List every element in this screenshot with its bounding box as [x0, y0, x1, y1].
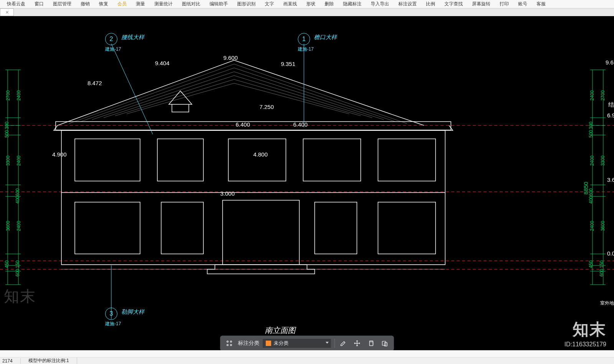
svg-rect-39 — [315, 202, 357, 254]
svg-rect-33 — [228, 139, 286, 181]
dim-l-400: 400 — [15, 196, 20, 204]
menu-item-vip[interactable]: 会员 — [113, 1, 131, 7]
menu-item-find-text[interactable]: 文字查找 — [440, 1, 467, 7]
dim-left-4900: 4.900 — [52, 151, 67, 158]
document-tab-close[interactable]: ✕ — [0, 8, 14, 16]
svg-rect-36 — [75, 202, 140, 254]
svg-rect-34 — [303, 139, 361, 181]
svg-rect-32 — [157, 139, 203, 181]
dim-mid-3000: 3.000 — [220, 190, 235, 197]
dim-l-300: 300 — [4, 122, 10, 129]
menu-item-measure[interactable]: 测量 — [131, 1, 150, 7]
command-line[interactable] — [0, 350, 614, 357]
dim-r-300: 300 — [588, 122, 594, 129]
dim-l-3300: 3300 — [5, 156, 11, 166]
brand-id: ID:1163325179 — [564, 341, 606, 348]
dim-l-600: 600 — [15, 188, 20, 196]
dim-l-500: 500 — [4, 130, 10, 138]
menu-item-text[interactable]: 文字 — [260, 1, 279, 7]
chevron-down-icon — [326, 342, 329, 344]
tab-strip: ✕ — [0, 8, 614, 16]
dim-0-0: 0.0 — [607, 250, 614, 257]
menu-item-delete[interactable]: 删除 — [320, 1, 338, 7]
svg-point-47 — [230, 341, 232, 343]
menu-item-shape[interactable]: 形状 — [302, 1, 320, 7]
svg-point-46 — [227, 341, 228, 343]
detail-ref-1: 建施-17 — [298, 46, 314, 53]
dim-r-600b: 600 — [599, 269, 604, 277]
menu-item-redo[interactable]: 恢复 — [94, 1, 113, 7]
dim-top-left-slope: 9.404 — [155, 60, 170, 66]
dim-r-2700: 2700 — [600, 91, 606, 101]
dim-top-ridge: 9.600 — [223, 54, 238, 61]
dim-r-2400c: 2400 — [589, 221, 595, 231]
status-scale: 模型中的标注比例:1 — [28, 357, 77, 364]
dim-3-6: 3.6 — [607, 176, 614, 183]
grid-icon[interactable] — [224, 338, 235, 349]
dim-r-2400: 2400 — [589, 91, 595, 101]
svg-point-48 — [227, 344, 228, 346]
svg-rect-51 — [382, 341, 386, 346]
dim-mid-roof: 7.250 — [259, 104, 274, 110]
menu-item-window[interactable]: 窗口 — [30, 1, 48, 7]
svg-rect-29 — [61, 130, 445, 265]
separator — [335, 339, 335, 348]
dim-r-3300: 3300 — [600, 156, 606, 166]
watermark-lower-left: 知末 — [4, 286, 36, 307]
detail-label-2: 腰线大样 — [121, 34, 144, 41]
move-icon[interactable] — [352, 338, 363, 349]
close-icon: ✕ — [5, 10, 9, 15]
dim-l-150: 150 — [15, 260, 20, 268]
menu-item-annot-settings[interactable]: 标注设置 — [394, 1, 421, 7]
dim-l-2700: 2700 — [5, 91, 11, 101]
detail-label-3: 勒脚大样 — [121, 308, 144, 316]
svg-rect-31 — [75, 139, 140, 181]
menu-item-compare[interactable]: 图纸对比 — [177, 1, 205, 7]
menu-item-account[interactable]: 账号 — [513, 1, 532, 7]
svg-rect-35 — [378, 139, 436, 181]
detail-bubble-2[interactable]: 2 — [105, 33, 117, 45]
drawing-canvas[interactable]: 2 腰线大样 建施-17 1 檐口大样 建施-17 3 勒脚大样 建施-17 9… — [0, 16, 614, 345]
menu-item-layers[interactable]: 图层管理 — [48, 1, 76, 7]
dim-cornice-right: 6.400 — [293, 121, 308, 128]
dim-l-600b: 600 — [15, 269, 20, 277]
menu-item-scale[interactable]: 比例 — [421, 1, 440, 7]
menu-item-hide-annot[interactable]: 隐藏标注 — [338, 1, 366, 7]
detail-bubble-1[interactable]: 1 — [298, 33, 310, 45]
bubble-number: 3 — [110, 310, 113, 317]
label-struct: 结构 — [608, 101, 614, 109]
menu-item-print[interactable]: 打印 — [495, 1, 513, 7]
dim-mid-4800: 4.800 — [253, 151, 268, 158]
cad-drawing — [0, 16, 614, 345]
svg-rect-37 — [161, 202, 203, 254]
drawing-title: 南立面图 — [265, 325, 295, 336]
svg-rect-38 — [223, 200, 299, 265]
svg-rect-40 — [378, 202, 436, 254]
menu-item-support[interactable]: 客服 — [532, 1, 550, 7]
status-coord: 2174 — [2, 358, 21, 364]
annot-class-label: 标注分类 — [238, 340, 259, 347]
menu-item-rotate-screen[interactable]: 屏幕旋转 — [467, 1, 495, 7]
detail-label-1: 檐口大样 — [314, 34, 337, 41]
menu-item-edit-helper[interactable]: 编辑助手 — [205, 1, 233, 7]
menu-item-cloud[interactable]: 快看云盘 — [2, 1, 30, 7]
dim-l-450: 450 — [4, 260, 10, 268]
menu-item-shape-recog[interactable]: 图形识别 — [233, 1, 260, 7]
menu-item-measure-stats[interactable]: 测量统计 — [150, 1, 177, 7]
detail-bubble-3[interactable]: 3 — [105, 308, 117, 320]
annot-class-dropdown[interactable]: 未分类 — [262, 338, 332, 348]
dim-l-2400: 2400 — [16, 91, 21, 101]
dim-cornice-left: 6.400 — [236, 121, 250, 128]
copy-icon[interactable] — [366, 338, 376, 349]
menu-item-undo[interactable]: 撤销 — [76, 1, 94, 7]
menu-item-import-export[interactable]: 导入导出 — [366, 1, 394, 7]
dim-right-eave-partial: 9.6 — [606, 59, 614, 66]
svg-rect-50 — [370, 342, 373, 346]
edit-icon[interactable] — [338, 338, 349, 349]
dim-r-400: 400 — [588, 196, 594, 204]
dim-top-right-slope: 9.351 — [281, 61, 295, 67]
bubble-number: 1 — [302, 36, 306, 43]
paste-icon[interactable] — [380, 338, 390, 349]
ground-note: 室外地坪 — [600, 300, 614, 306]
menu-item-line[interactable]: 画直线 — [279, 1, 302, 7]
